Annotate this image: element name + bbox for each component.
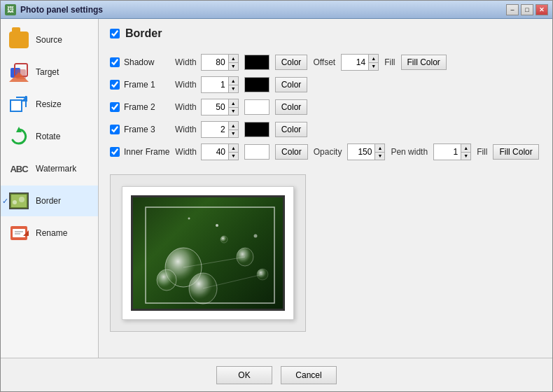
sidebar: Source Target bbox=[1, 19, 99, 358]
frame1-checkbox[interactable] bbox=[110, 80, 120, 90]
watermark-label: Watermark bbox=[36, 164, 76, 174]
border-enable-checkbox[interactable] bbox=[110, 29, 120, 38]
title-bar: 🖼 Photo panel settings – □ ✕ bbox=[1, 1, 552, 19]
frame1-row: Frame 1 Width ▲ ▼ Color bbox=[110, 76, 541, 93]
shadow-offset-input[interactable] bbox=[342, 55, 368, 70]
sidebar-item-border[interactable]: Border bbox=[1, 186, 98, 216]
svg-rect-4 bbox=[10, 100, 22, 111]
frame3-width-up[interactable]: ▲ bbox=[228, 122, 238, 130]
inner-frame-pen-width-label: Pen width bbox=[391, 147, 428, 157]
border-label: Border bbox=[36, 196, 61, 206]
inner-frame-pen-width-up[interactable]: ▲ bbox=[461, 144, 470, 153]
inner-frame-width-input[interactable] bbox=[202, 144, 228, 160]
shadow-width-input[interactable] bbox=[202, 55, 228, 70]
ok-button[interactable]: OK bbox=[216, 366, 272, 384]
sidebar-item-target[interactable]: Target bbox=[1, 57, 98, 88]
sidebar-item-source[interactable]: Source bbox=[1, 24, 98, 55]
frame1-width-up[interactable]: ▲ bbox=[228, 77, 238, 85]
shadow-offset-label: Offset bbox=[313, 57, 335, 67]
inner-frame-pen-width-spinner: ▲ ▼ bbox=[433, 144, 471, 160]
frame1-label: Frame 1 bbox=[124, 80, 169, 90]
frame2-label: Frame 2 bbox=[124, 102, 169, 112]
inner-frame-opacity-input[interactable] bbox=[348, 144, 374, 160]
sidebar-item-resize[interactable]: Resize bbox=[1, 89, 98, 120]
svg-rect-16 bbox=[13, 229, 25, 237]
frame1-width-input[interactable] bbox=[202, 77, 228, 92]
frame3-row: Frame 3 Width ▲ ▼ Color bbox=[110, 121, 541, 138]
frame2-width-input[interactable] bbox=[202, 99, 228, 115]
watermark-icon: ABC bbox=[8, 158, 30, 180]
frame3-width-label: Width bbox=[175, 125, 197, 134]
inner-frame-width-spinner: ▲ ▼ bbox=[201, 144, 239, 160]
frame1-width-down[interactable]: ▼ bbox=[228, 85, 238, 93]
inner-frame-opacity-up[interactable]: ▲ bbox=[374, 144, 384, 153]
shadow-width-label: Width bbox=[175, 57, 197, 67]
shadow-color-swatch[interactable] bbox=[244, 55, 270, 70]
sidebar-item-rotate[interactable]: Rotate bbox=[1, 121, 98, 152]
window-title: Photo panel settings bbox=[20, 5, 506, 15]
inner-frame-pen-width-down[interactable]: ▼ bbox=[461, 153, 470, 160]
shadow-label: Shadow bbox=[124, 57, 169, 67]
maximize-button[interactable]: □ bbox=[521, 4, 533, 15]
bottom-bar: OK Cancel bbox=[1, 358, 552, 391]
source-label: Source bbox=[36, 35, 62, 45]
inner-frame-row: Inner Frame Width ▲ ▼ Color Opacity bbox=[110, 144, 541, 160]
frame3-color-swatch[interactable] bbox=[244, 122, 270, 137]
shadow-offset-up[interactable]: ▲ bbox=[368, 55, 378, 63]
frame2-width-down[interactable]: ▼ bbox=[228, 108, 238, 115]
shadow-color-button[interactable]: Color bbox=[275, 55, 308, 70]
svg-point-13 bbox=[13, 200, 17, 204]
frame2-width-spinner: ▲ ▼ bbox=[201, 99, 239, 115]
shadow-width-spinner: ▲ ▼ bbox=[201, 54, 239, 71]
frame3-checkbox[interactable] bbox=[110, 125, 120, 134]
preview-container bbox=[110, 174, 306, 332]
frame1-width-label: Width bbox=[175, 80, 197, 90]
frame1-color-swatch[interactable] bbox=[244, 77, 270, 92]
inner-frame-color-swatch[interactable] bbox=[244, 144, 270, 160]
inner-frame-fill-label: Fill bbox=[477, 147, 487, 157]
shadow-offset-down[interactable]: ▼ bbox=[368, 63, 378, 71]
frame3-width-input[interactable] bbox=[202, 122, 228, 137]
sidebar-item-rename[interactable]: Rename bbox=[1, 218, 98, 248]
inner-frame-checkbox[interactable] bbox=[110, 147, 120, 157]
svg-point-14 bbox=[19, 197, 24, 202]
right-panel: Border Shadow Width ▲ ▼ bbox=[99, 19, 552, 358]
shadow-checkbox[interactable] bbox=[110, 57, 120, 67]
frame2-width-up[interactable]: ▲ bbox=[228, 99, 238, 108]
shadow-width-up[interactable]: ▲ bbox=[228, 55, 238, 63]
folder-icon bbox=[8, 29, 30, 51]
shadow-fill-color-button[interactable]: Fill Color bbox=[401, 55, 447, 70]
cancel-button[interactable]: Cancel bbox=[281, 366, 337, 384]
minimize-button[interactable]: – bbox=[506, 4, 519, 15]
section-header: Border bbox=[110, 27, 541, 44]
frame2-color-button[interactable]: Color bbox=[275, 99, 308, 115]
inner-frame-color-button[interactable]: Color bbox=[275, 144, 308, 160]
svg-point-26 bbox=[216, 224, 218, 227]
inner-frame-fill-color-button[interactable]: Fill Color bbox=[493, 144, 538, 160]
shadow-width-down[interactable]: ▼ bbox=[228, 63, 238, 71]
inner-frame-width-down[interactable]: ▼ bbox=[228, 153, 238, 160]
target-label: Target bbox=[36, 67, 59, 77]
preview-image bbox=[131, 195, 285, 311]
frame3-width-down[interactable]: ▼ bbox=[228, 130, 238, 138]
frame3-width-spinner: ▲ ▼ bbox=[201, 121, 239, 138]
frame2-checkbox[interactable] bbox=[110, 102, 120, 112]
title-bar-buttons: – □ ✕ bbox=[506, 4, 548, 15]
sidebar-item-watermark[interactable]: ABC Watermark bbox=[1, 153, 98, 184]
rotate-label: Rotate bbox=[36, 132, 60, 141]
frame3-label: Frame 3 bbox=[124, 125, 169, 134]
frame3-color-button[interactable]: Color bbox=[275, 122, 308, 137]
preview-svg bbox=[133, 197, 285, 311]
border-icon bbox=[8, 190, 30, 212]
inner-frame-opacity-spinner: ▲ ▼ bbox=[347, 144, 385, 160]
inner-frame-pen-width-input[interactable] bbox=[434, 144, 461, 160]
frame2-color-swatch[interactable] bbox=[244, 99, 270, 115]
inner-frame-opacity-down[interactable]: ▼ bbox=[374, 153, 384, 160]
close-button[interactable]: ✕ bbox=[536, 4, 548, 15]
target-icon bbox=[8, 61, 30, 83]
preview-frame bbox=[122, 186, 294, 320]
frame1-color-button[interactable]: Color bbox=[275, 77, 308, 92]
resize-icon bbox=[8, 93, 30, 115]
svg-point-21 bbox=[157, 270, 176, 290]
inner-frame-width-up[interactable]: ▲ bbox=[228, 144, 238, 153]
